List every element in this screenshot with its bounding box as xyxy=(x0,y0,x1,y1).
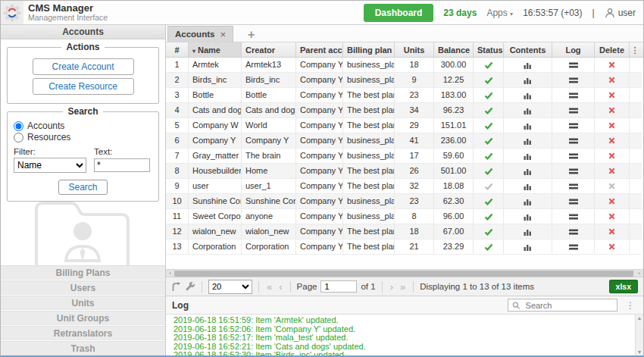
add-tab-button[interactable]: + xyxy=(245,28,258,42)
delete-icon[interactable] xyxy=(595,224,630,239)
sidebar-item-units[interactable]: Units xyxy=(1,296,165,310)
column-header-name[interactable]: ▾Name xyxy=(189,42,242,57)
scroll-right-icon[interactable]: › xyxy=(635,270,643,277)
column-header-units[interactable]: Units xyxy=(395,42,434,57)
scrollbar-thumb[interactable] xyxy=(174,271,633,277)
delete-icon[interactable] xyxy=(595,73,630,87)
settings-wrench-icon[interactable] xyxy=(186,282,195,292)
contents-chart-icon[interactable] xyxy=(504,58,552,72)
delete-icon[interactable] xyxy=(595,164,630,178)
column-options-icon[interactable]: ⋮ xyxy=(630,42,640,57)
status-toggle-icon[interactable] xyxy=(474,118,504,133)
sidebar-item-users[interactable]: Users xyxy=(1,280,165,295)
delete-icon[interactable] xyxy=(595,194,630,208)
table-row[interactable]: 8HousebuildersHomeCompany YThe best plan… xyxy=(166,164,642,179)
scroll-up-icon[interactable]: ▲ xyxy=(637,315,642,321)
user-menu[interactable]: user xyxy=(605,8,636,18)
next-page-icon[interactable]: › xyxy=(389,281,395,293)
delete-icon[interactable] xyxy=(595,133,630,148)
prev-page-icon[interactable]: ‹ xyxy=(277,281,283,293)
contents-chart-icon[interactable] xyxy=(504,149,552,163)
column-header-contents[interactable]: Contents xyxy=(504,42,552,57)
contents-chart-icon[interactable] xyxy=(504,164,552,178)
log-list-icon[interactable] xyxy=(552,133,595,148)
column-header-status[interactable]: Status xyxy=(474,42,504,57)
delete-icon[interactable] xyxy=(595,240,630,254)
contents-chart-icon[interactable] xyxy=(504,224,552,239)
filter-select[interactable]: Name xyxy=(14,158,86,173)
contents-chart-icon[interactable] xyxy=(504,209,552,224)
column-header-balance[interactable]: Balance xyxy=(434,42,474,57)
log-list-icon[interactable] xyxy=(552,240,595,254)
status-toggle-icon[interactable] xyxy=(474,88,504,102)
table-row[interactable]: 6Company YCompany YCompany Ybusiness_pla… xyxy=(166,133,642,149)
status-toggle-icon[interactable] xyxy=(474,224,504,239)
log-list-icon[interactable] xyxy=(552,224,595,239)
status-toggle-icon[interactable] xyxy=(474,58,504,72)
table-row[interactable]: 3BottleBottleCompany YThe best plan23183… xyxy=(166,88,642,103)
scroll-down-icon[interactable]: ▼ xyxy=(637,349,642,355)
status-toggle-icon[interactable] xyxy=(474,209,504,224)
table-row[interactable]: 2Birds_incBirds_incCompany Ybusiness_pla… xyxy=(166,73,642,88)
column-header-billing-plan[interactable]: Billing plan xyxy=(343,42,395,57)
log-list-icon[interactable] xyxy=(552,149,595,163)
status-toggle-icon[interactable] xyxy=(474,103,504,117)
create-resource-button[interactable]: Create Resource xyxy=(33,78,134,95)
sidebar-item-trash[interactable]: Trash xyxy=(1,341,165,355)
table-row[interactable]: 12wialon_newwialon_newCompany YThe best … xyxy=(166,224,642,240)
delete-icon[interactable] xyxy=(595,118,630,133)
delete-icon[interactable] xyxy=(595,58,630,72)
log-list-icon[interactable] xyxy=(552,103,595,117)
tab-accounts[interactable]: Accounts × xyxy=(167,26,233,42)
delete-icon[interactable] xyxy=(595,88,630,102)
status-toggle-icon[interactable] xyxy=(474,73,504,87)
apps-menu[interactable]: Apps ▾ xyxy=(486,8,513,18)
create-account-button[interactable]: Create Account xyxy=(33,58,134,75)
log-list-icon[interactable] xyxy=(552,118,595,133)
column-header-creator[interactable]: Creator xyxy=(242,42,296,57)
column-header-log[interactable]: Log xyxy=(552,42,595,57)
log-list-icon[interactable] xyxy=(552,58,595,72)
export-xlsx-button[interactable]: xlsx xyxy=(609,280,638,293)
delete-icon[interactable] xyxy=(595,209,630,224)
delete-icon[interactable] xyxy=(595,103,630,117)
search-text-input[interactable] xyxy=(94,158,150,172)
status-toggle-icon[interactable] xyxy=(474,240,504,254)
log-list-icon[interactable] xyxy=(552,88,595,102)
log-list-icon[interactable] xyxy=(552,209,595,224)
status-toggle-icon[interactable] xyxy=(474,164,504,178)
log-vertical-scrollbar[interactable]: ▲ ▼ xyxy=(635,315,643,355)
table-row[interactable]: 4Cats and dogsCats and dogsCompany YThe … xyxy=(166,103,642,118)
sidebar-item-retranslators[interactable]: Retranslators xyxy=(1,326,165,340)
log-list-icon[interactable] xyxy=(552,164,595,178)
radio-resources[interactable] xyxy=(14,133,23,142)
contents-chart-icon[interactable] xyxy=(504,133,552,148)
scroll-left-icon[interactable]: ‹ xyxy=(166,270,174,277)
status-toggle-icon[interactable] xyxy=(474,149,504,163)
status-toggle-icon[interactable] xyxy=(474,194,504,208)
contents-chart-icon[interactable] xyxy=(504,88,552,102)
table-row[interactable]: 1ArmtekArmtek13Company Ybusiness_plan183… xyxy=(166,58,642,73)
status-toggle-icon[interactable] xyxy=(474,179,504,193)
sidebar-item-accounts[interactable]: Accounts xyxy=(1,25,165,39)
table-row[interactable]: 7Gray_matterThe brainCompany Ybusiness_p… xyxy=(166,149,642,164)
column-header-delete[interactable]: Delete xyxy=(595,42,630,57)
close-icon[interactable]: × xyxy=(220,29,226,40)
sidebar-item-billing-plans[interactable]: Billing Plans xyxy=(1,265,165,280)
contents-chart-icon[interactable] xyxy=(504,73,552,87)
column-header-parent-account[interactable]: Parent account xyxy=(296,42,343,57)
page-size-select[interactable]: 20 xyxy=(208,280,252,294)
table-row[interactable]: 5Company WWorldCompany YThe best plan291… xyxy=(166,118,642,133)
contents-chart-icon[interactable] xyxy=(504,103,552,117)
log-list-icon[interactable] xyxy=(552,179,595,193)
status-toggle-icon[interactable] xyxy=(474,133,504,148)
table-row[interactable]: 10Sunshine CompanySunshine CompanyCompan… xyxy=(166,194,642,209)
column-header-num[interactable]: # xyxy=(166,42,189,57)
log-search-box[interactable] xyxy=(508,299,617,312)
table-row[interactable]: 13CorporationCorporationCompany YThe bes… xyxy=(166,240,642,255)
clear-sort-icon[interactable] xyxy=(171,282,182,292)
delete-icon[interactable] xyxy=(595,149,630,163)
horizontal-scrollbar[interactable]: ‹ › xyxy=(166,269,643,277)
contents-chart-icon[interactable] xyxy=(504,118,552,133)
contents-chart-icon[interactable] xyxy=(504,179,552,193)
